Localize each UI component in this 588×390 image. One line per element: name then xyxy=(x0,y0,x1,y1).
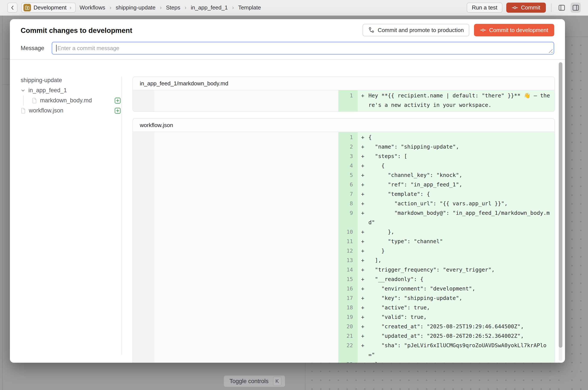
scrollbar-thumb[interactable] xyxy=(559,62,562,348)
chevron-right-icon: › xyxy=(69,4,72,11)
diff-added-sign: + xyxy=(358,331,369,341)
diff-added-sign: + xyxy=(358,322,369,331)
tree-item-markdown_body-md[interactable]: markdown_body.md xyxy=(21,96,121,105)
modal-scrollbar[interactable] xyxy=(559,62,562,361)
chevron-right-icon: › xyxy=(159,4,162,11)
diff-added-sign: + xyxy=(358,133,369,142)
diff-line-text: "action_url": "{{ vars.app_url }}", xyxy=(369,199,551,208)
diff-panel-0: in_app_feed_1/markdown_body.md1+Hey **{{… xyxy=(132,77,555,112)
diff-line: 20+ "created_at": "2025-08-25T19:29:46.6… xyxy=(133,322,554,331)
line-number: 12 xyxy=(338,246,358,256)
diff-line: 17+ "key": "shipping-update", xyxy=(133,293,554,303)
commit-button-label: Commit xyxy=(521,4,540,11)
diff-panel-1: workflow.json1+{2+ "name": "shipping-upd… xyxy=(132,118,555,363)
right-panel-toggle-button[interactable] xyxy=(571,2,581,13)
diff-line-text: "key": "shipping-update", xyxy=(369,293,551,303)
topbar-divider xyxy=(551,3,551,12)
tree-item-label: markdown_body.md xyxy=(40,97,92,104)
left-panel-toggle-button[interactable] xyxy=(557,2,567,13)
diff-line: 10+ }, xyxy=(133,227,554,237)
back-button[interactable] xyxy=(7,2,17,13)
commit-message-input[interactable]: Enter a commit message xyxy=(52,42,554,55)
breadcrumb-item-shipping-update[interactable]: shipping-update xyxy=(116,4,156,11)
added-file-icon xyxy=(114,98,121,104)
diff-added-sign: + xyxy=(358,151,369,161)
diff-added-sign: + xyxy=(358,284,369,293)
line-number: 1 xyxy=(338,91,358,110)
diff-line-text: "valid": true, xyxy=(369,312,551,322)
chevron-left-icon xyxy=(10,5,15,10)
tree-item-workflow-json[interactable]: workflow.json xyxy=(21,105,121,116)
diff-added-sign: + xyxy=(358,293,369,303)
diff-line: 23+ } xyxy=(133,360,554,363)
line-number: 6 xyxy=(338,180,358,190)
modal-title: Commit changes to development xyxy=(21,26,132,35)
tree-item-label: in_app_feed_1 xyxy=(28,87,67,94)
text-caret xyxy=(56,45,56,51)
diff-added-sign: + xyxy=(358,170,369,180)
canvas-dot-grid xyxy=(305,363,565,390)
diff-added-sign: + xyxy=(358,275,369,284)
commit-to-development-button[interactable]: Commit to development xyxy=(474,24,554,36)
diff-line-text: "sha": "pJeLVir6xIlUCMGqs9qroZoUAVDSwA0y… xyxy=(369,341,551,360)
diff-line: 8+ "action_url": "{{ vars.app_url }}", xyxy=(133,199,554,208)
breadcrumb-item-in_app_feed_1[interactable]: in_app_feed_1 xyxy=(191,4,228,11)
tree-indent-guide xyxy=(23,96,29,105)
line-number: 19 xyxy=(338,312,358,322)
commit-and-promote-label: Commit and promote to production xyxy=(378,27,464,34)
breadcrumb-item-workflows[interactable]: Workflows xyxy=(80,4,105,11)
top-bar: Development › Workflows›shipping-update›… xyxy=(0,0,588,16)
diff-line: 3+ "steps": [ xyxy=(133,151,554,161)
diff-line-text: { xyxy=(369,133,551,142)
diff-added-sign: + xyxy=(358,360,369,363)
diff-added-sign: + xyxy=(358,199,369,208)
diff-line-text: "trigger_frequency": "every_trigger", xyxy=(369,265,551,275)
panel-right-icon xyxy=(572,4,579,11)
diff-line: 5+ "channel_key": "knock", xyxy=(133,170,554,180)
commit-and-promote-button[interactable]: Commit and promote to production xyxy=(363,24,469,36)
line-number: 14 xyxy=(338,265,358,275)
diff-file-header: workflow.json xyxy=(133,119,554,132)
commit-to-development-label: Commit to development xyxy=(489,27,548,34)
tree-item-in_app_feed_1[interactable]: in_app_feed_1 xyxy=(21,85,121,96)
line-number: 4 xyxy=(338,161,358,170)
diff-line-text: { xyxy=(369,161,551,170)
line-number: 2 xyxy=(338,142,358,151)
environment-switcher[interactable]: Development › xyxy=(21,2,76,13)
diff-added-sign: + xyxy=(358,341,369,360)
diff-added-sign: + xyxy=(358,246,369,256)
breadcrumb-item-template[interactable]: Template xyxy=(238,4,261,11)
breadcrumb: Workflows›shipping-update›Steps›in_app_f… xyxy=(80,4,261,11)
toggle-controls-button[interactable]: Toggle controls K xyxy=(223,375,285,387)
diff-line: 22+ "sha": "pJeLVir6xIlUCMGqs9qroZoUAVDS… xyxy=(133,341,554,360)
diff-line-text: } xyxy=(369,360,551,363)
promote-branch-icon xyxy=(368,27,375,33)
diff-line-text: ], xyxy=(369,256,551,265)
commit-modal-header: Commit changes to development Commit and… xyxy=(10,19,565,60)
run-test-button[interactable]: Run a test xyxy=(467,2,503,13)
line-number: 13 xyxy=(338,256,358,265)
commit-button[interactable]: Commit xyxy=(506,2,546,13)
message-label: Message xyxy=(21,45,52,51)
diff-line: 19+ "valid": true, xyxy=(133,312,554,322)
chevron-right-icon: › xyxy=(184,4,187,11)
diff-line-text: "template": { xyxy=(369,190,551,199)
diff-line: 7+ "template": { xyxy=(133,190,554,199)
breadcrumb-item-steps[interactable]: Steps xyxy=(166,4,180,11)
background-panel-border xyxy=(2,85,10,85)
diff-line-text: "created_at": "2025-08-25T19:29:46.64450… xyxy=(369,322,551,331)
commit-icon xyxy=(512,5,518,11)
commit-icon xyxy=(480,27,486,33)
diff-line: 12+ } xyxy=(133,246,554,256)
diff-added-sign: + xyxy=(358,237,369,246)
tree-root-workflow: shipping-update xyxy=(21,75,121,85)
line-number: 5 xyxy=(338,170,358,180)
diff-line: 9+ "markdown_body@": "in_app_feed_1/mark… xyxy=(133,208,554,227)
diff-line-text: "type": "channel" xyxy=(369,237,551,246)
diff-line: 2+ "name": "shipping-update", xyxy=(133,142,554,151)
added-file-icon xyxy=(114,107,121,114)
file-icon xyxy=(21,108,26,114)
diff-line: 6+ "ref": "in_app_feed_1", xyxy=(133,180,554,190)
textarea-resize-grip[interactable] xyxy=(547,48,552,53)
background-panel-border xyxy=(2,16,2,390)
